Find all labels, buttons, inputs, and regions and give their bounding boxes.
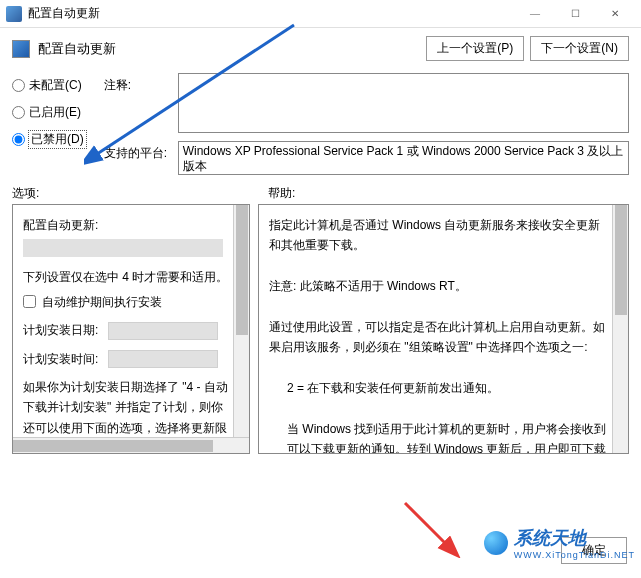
help-panel: 指定此计算机是否通过 Windows 自动更新服务来接收安全更新和其他重要下载。… — [258, 204, 629, 454]
policy-icon — [12, 40, 30, 58]
help-vertical-scrollbar[interactable] — [612, 205, 628, 453]
radio-disabled[interactable]: 已禁用(D) — [12, 131, 86, 148]
maintenance-checkbox-input[interactable] — [23, 295, 36, 308]
window-title: 配置自动更新 — [28, 5, 100, 22]
help-p3: 通过使用此设置，可以指定是否在此计算机上启用自动更新。如果启用该服务，则必须在 … — [269, 317, 608, 358]
next-setting-button[interactable]: 下一个设置(N) — [530, 36, 629, 61]
policy-heading: 配置自动更新 — [38, 40, 116, 58]
help-p1: 指定此计算机是否通过 Windows 自动更新服务来接收安全更新和其他重要下载。 — [269, 215, 608, 256]
help-p2: 注意: 此策略不适用于 Windows RT。 — [269, 276, 608, 296]
window-app-icon — [6, 6, 22, 22]
watermark-logo-icon — [484, 531, 508, 555]
title-bar: 配置自动更新 — ☐ ✕ — [0, 0, 641, 28]
radio-not-configured-input[interactable] — [12, 79, 25, 92]
minimize-button[interactable]: — — [515, 1, 555, 27]
install-day-label: 计划安装日期: — [23, 323, 98, 337]
red-arrow-annotation — [400, 498, 480, 558]
state-radio-group: 未配置(C) 已启用(E) 已禁用(D) — [12, 73, 86, 148]
options-note-1: 下列设置仅在选中 4 时才需要和适用。 — [23, 267, 229, 287]
install-time-dropdown[interactable] — [108, 350, 218, 368]
svg-line-1 — [405, 503, 448, 546]
update-mode-dropdown[interactable] — [23, 239, 223, 257]
radio-disabled-label: 已禁用(D) — [29, 131, 86, 148]
options-vertical-scrollbar[interactable] — [233, 205, 249, 453]
dialog-header: 配置自动更新 上一个设置(P) 下一个设置(N) — [0, 28, 641, 65]
install-day-dropdown[interactable] — [108, 322, 218, 340]
maximize-button[interactable]: ☐ — [555, 1, 595, 27]
help-p4: 2 = 在下载和安装任何更新前发出通知。 — [269, 378, 608, 398]
options-section-title: 配置自动更新: — [23, 215, 229, 235]
radio-enabled-input[interactable] — [12, 106, 25, 119]
install-time-label: 计划安装时间: — [23, 352, 98, 366]
comment-textarea[interactable] — [178, 73, 629, 133]
radio-not-configured-label: 未配置(C) — [29, 77, 82, 94]
comment-label: 注释: — [104, 73, 172, 94]
radio-enabled[interactable]: 已启用(E) — [12, 104, 86, 121]
maintenance-checkbox-label: 自动维护期间执行安装 — [42, 292, 162, 312]
radio-disabled-input[interactable] — [12, 133, 25, 146]
help-p5: 当 Windows 找到适用于此计算机的更新时，用户将会接收到可以下载更新的通知… — [269, 419, 608, 453]
watermark-url: WWW.XiTongTianDi.NET — [514, 550, 635, 560]
supported-platforms-box: Windows XP Professional Service Pack 1 或… — [178, 141, 629, 175]
options-header: 选项: — [12, 185, 250, 202]
help-header: 帮助: — [268, 185, 629, 202]
radio-enabled-label: 已启用(E) — [29, 104, 81, 121]
watermark: 系统天地 WWW.XiTongTianDi.NET — [484, 526, 635, 560]
radio-not-configured[interactable]: 未配置(C) — [12, 77, 86, 94]
maintenance-checkbox[interactable]: 自动维护期间执行安装 — [23, 292, 229, 312]
watermark-name: 系统天地 — [514, 526, 635, 550]
options-panel: 配置自动更新: 下列设置仅在选中 4 时才需要和适用。 自动维护期间执行安装 计… — [12, 204, 250, 454]
previous-setting-button[interactable]: 上一个设置(P) — [426, 36, 524, 61]
options-horizontal-scrollbar[interactable] — [13, 437, 249, 453]
window-controls: — ☐ ✕ — [515, 1, 635, 27]
platform-label: 支持的平台: — [104, 141, 172, 162]
close-button[interactable]: ✕ — [595, 1, 635, 27]
